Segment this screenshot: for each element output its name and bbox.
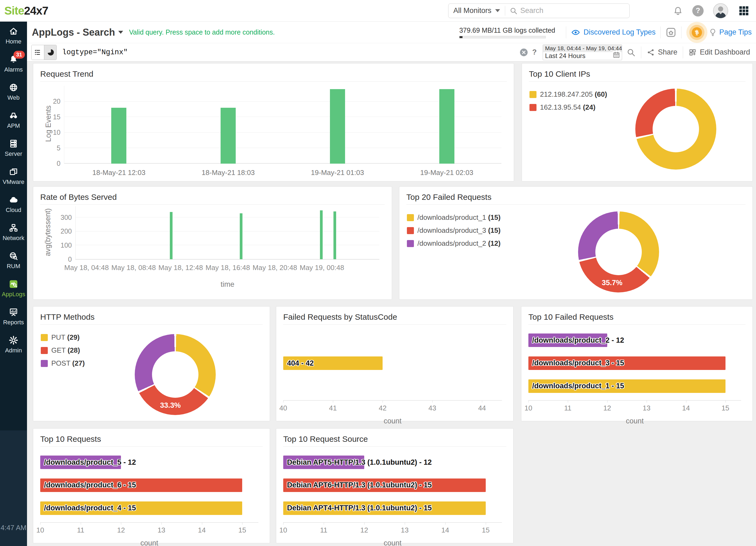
list-icon (34, 48, 42, 56)
legend-item[interactable]: 162.13.95.54 (24) (529, 103, 607, 112)
gridline: 15 (64, 117, 501, 117)
sidebar-item-home[interactable]: Home (0, 22, 27, 50)
panel-title: Rate of Bytes Served (40, 193, 385, 202)
x-tick-label: 12 (360, 526, 368, 534)
spike-bar[interactable] (320, 210, 323, 259)
sidebar-item-network[interactable]: Network (0, 218, 27, 246)
chart-view-button[interactable] (44, 45, 56, 60)
notifications-bell-icon[interactable] (673, 6, 683, 16)
legend-item[interactable]: POST (27) (41, 359, 85, 368)
spike-bar[interactable] (333, 211, 336, 259)
bar-label: /downloads/product_1 - 15 (528, 382, 624, 390)
search-input[interactable] (520, 6, 617, 15)
sidebar-item-admin[interactable]: Admin (0, 331, 27, 359)
tick-mark (647, 400, 647, 403)
x-tick-label: 10 (525, 404, 532, 412)
panel-title: Top 20 Failed Requests (406, 193, 745, 202)
guided-tour-highlight[interactable] (686, 22, 707, 43)
donut-chart[interactable] (635, 89, 716, 170)
hbar-row[interactable]: /downloads/product_2 - 12 (528, 333, 741, 347)
x-axis-label: count (283, 539, 502, 546)
legend-swatch (529, 104, 536, 111)
hbar-row[interactable]: 404 - 42 (283, 356, 502, 370)
hbar-row[interactable]: Debian APT4-HTTP/1.3 (1.0.1ubuntu2) - 15 (283, 501, 502, 515)
legend-item[interactable]: /downloads/product_1 (15) (407, 213, 501, 222)
sidebar-item-alarms[interactable]: 31 Alarms (0, 50, 27, 78)
legend-item[interactable]: /downloads/product_3 (15) (407, 226, 501, 235)
x-tick-label: May 18, 04:48 (64, 264, 109, 272)
panel-top10-failed: Top 10 Failed Requests /downloads/produc… (521, 306, 753, 421)
hbar-row[interactable]: /downloads/product_4 - 15 (40, 501, 258, 515)
sidebar-item-reports[interactable]: Reports (0, 302, 27, 331)
list-view-button[interactable] (32, 45, 44, 60)
x-tick-label: May 18, 20:48 (253, 264, 297, 272)
panel-top20-failed: Top 20 Failed Requests /downloads/produc… (399, 186, 753, 300)
tick-mark (432, 400, 433, 403)
sidebar-item-apm[interactable]: APM (0, 106, 27, 134)
hbar-row[interactable]: Debian APT6-HTTP/1.3 (1.0.1ubuntu2) - 15 (283, 478, 502, 492)
sidebar-item-label: Web (8, 94, 20, 101)
page: Site24x7 All Monitors ? Home 31 Alarms W… (0, 0, 756, 546)
legend-item[interactable]: PUT (29) (41, 333, 85, 342)
request-trend-chart: Log Events 0 5 10 15 2018-May-21 12:0318… (40, 83, 507, 173)
sidebar-item-cloud[interactable]: Cloud (0, 190, 27, 218)
donut-slice-label: 33.3% (160, 401, 181, 410)
hbar-row[interactable]: /downloads/product_3 - 15 (528, 356, 741, 370)
hbar-row[interactable]: Debian APT5-HTTP/1.3 (1.0.1ubuntu2) - 12 (283, 456, 502, 469)
clock-time: 4:47 AM (0, 524, 27, 532)
date-range-text: May 18, 04:44 - May 19, 04:44 (543, 45, 622, 52)
discovered-log-types-link[interactable]: Discovered Log Types (571, 28, 656, 37)
donut-chart[interactable]: 33.3% (135, 334, 216, 415)
query-bar: logtype="Nginx" ? May 18, 04:44 - May 19… (27, 43, 756, 62)
hbar-row[interactable]: /downloads/product_6 - 15 (40, 478, 258, 492)
donut-chart[interactable]: 35.7% (578, 211, 659, 292)
sidebar-item-web[interactable]: Web (0, 78, 27, 106)
bar-19-May-21 02:03[interactable] (439, 89, 454, 164)
top10-sources-chart: Debian APT5-HTTP/1.3 (1.0.1ubuntu2) - 12… (283, 448, 506, 535)
panel-bytes-rate: Rate of Bytes Served avg(bytessent) 0 10… (33, 186, 392, 300)
user-avatar[interactable] (713, 3, 728, 19)
legend-label: /downloads/product_2 (12) (417, 239, 501, 248)
sidebar-item-vmware[interactable]: VMware (0, 162, 27, 190)
legend-item[interactable]: GET (28) (41, 346, 85, 355)
legend-item[interactable]: 212.198.247.205 (60) (529, 90, 607, 99)
panel-client-ips: Top 10 Client IPs 212.198.247.205 (60) 1… (522, 63, 753, 181)
bar-18-May-21 18:03[interactable] (221, 108, 236, 164)
tick-mark (528, 400, 529, 403)
query-input[interactable]: logtype="Nginx" (62, 48, 128, 56)
query-help-icon[interactable]: ? (532, 48, 537, 56)
vmware-icon (9, 167, 18, 177)
spike-bar[interactable] (170, 212, 173, 259)
page-tips-link[interactable]: Page Tips (719, 28, 752, 36)
share-button[interactable]: Share (647, 48, 677, 56)
legend-item[interactable]: /downloads/product_2 (12) (407, 239, 501, 248)
donut-hole (653, 106, 699, 152)
all-monitors-dropdown[interactable]: All Monitors (448, 6, 505, 15)
bar-19-May-21 01:03[interactable] (330, 89, 345, 164)
spike-bar[interactable] (240, 213, 242, 259)
tick-mark (383, 400, 383, 403)
hbar-row[interactable]: /downloads/product_5 - 12 (40, 456, 258, 469)
panel-title: Request Trend (40, 69, 507, 79)
dashboard-home-icon[interactable] (666, 27, 676, 38)
tick-mark (81, 522, 81, 525)
top20-failed-chart: /downloads/product_1 (15) /downloads/pro… (406, 206, 745, 291)
edit-dashboard-button[interactable]: Edit Dashboard (689, 48, 750, 56)
run-search-icon[interactable] (626, 48, 636, 57)
x-tick-label: 19-May-21 01:03 (311, 168, 364, 177)
y-tick-label: 20 (53, 97, 60, 105)
apps-grid-icon[interactable] (738, 5, 750, 16)
help-icon[interactable]: ? (692, 5, 704, 16)
sidebar-item-applogs[interactable]: AppLogs (0, 274, 27, 302)
site24x7-logo[interactable]: Site24x7 (4, 4, 48, 17)
sidebar-item-rum[interactable]: RUM (0, 246, 27, 274)
client-ips-chart: 212.198.247.205 (60) 162.13.95.54 (24) (529, 83, 745, 173)
bar-18-May-21 12:03[interactable] (111, 108, 126, 164)
pie-chart-icon (46, 48, 55, 56)
hbar-row[interactable]: /downloads/product_1 - 15 (528, 379, 741, 393)
clear-query-icon[interactable] (519, 48, 528, 57)
date-range-picker[interactable]: May 18, 04:44 - May 19, 04:44 Last 24 Ho… (543, 45, 622, 60)
sidebar-item-server[interactable]: Server (0, 134, 27, 162)
plot-area: /downloads/product_2 - 12 /downloads/pro… (528, 326, 741, 401)
page-title[interactable]: AppLogs - Search (32, 27, 123, 38)
